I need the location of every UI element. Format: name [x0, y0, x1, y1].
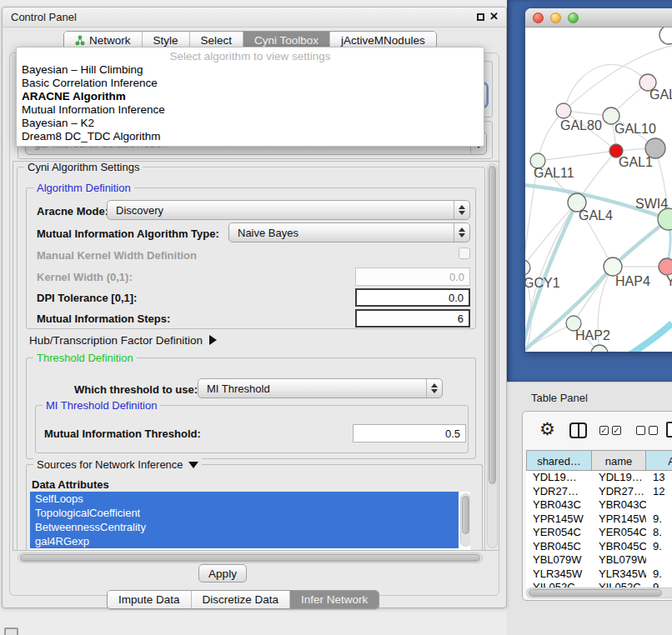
table-cell[interactable]: YPR145W — [592, 512, 646, 527]
table-cell[interactable]: YBR043C — [526, 498, 592, 512]
checkbox-unchecked-icon[interactable] — [649, 426, 658, 435]
network-edge[interactable] — [538, 151, 616, 161]
mi-algorithm-type-combo[interactable]: Naive Bayes — [228, 222, 470, 242]
dropdown-item-bayesian-hill-climbing[interactable]: Bayesian – Hill Climbing — [17, 63, 484, 77]
settings-vertical-scrollbar[interactable] — [487, 163, 498, 548]
kernel-width-field[interactable]: 0.0 — [355, 268, 470, 286]
float-window-icon[interactable] — [477, 13, 484, 21]
gear-icon[interactable]: ⚙ — [539, 420, 555, 438]
table-cell[interactable]: YBL079W — [526, 553, 592, 568]
data-attributes-list[interactable]: SelfLoopsTopologicalCoefficientBetweenne… — [30, 492, 470, 551]
network-node[interactable] — [659, 28, 672, 44]
checkbox-checked-icon[interactable]: ✓ — [612, 426, 621, 435]
table-row[interactable]: YPR145WYPR145W9. — [526, 512, 672, 527]
table-cell[interactable]: YIL052C — [592, 581, 646, 588]
table-cell[interactable]: 9. — [646, 581, 672, 588]
table-row[interactable]: YIL052CYIL052C9. — [526, 581, 672, 588]
network-edge[interactable] — [624, 323, 672, 352]
table-column-header-shared[interactable]: shared… — [526, 450, 592, 471]
close-traffic-light-icon[interactable] — [533, 12, 544, 23]
table-cell[interactable]: YPR145W — [526, 512, 592, 527]
dpi-tolerance-field[interactable]: 0.0 — [355, 288, 470, 307]
tab-infer-network[interactable]: Infer Network — [289, 591, 379, 608]
mi-steps-field[interactable]: 6 — [355, 309, 470, 328]
mi-steps-label: Mutual Information Steps: — [37, 312, 170, 325]
network-canvas[interactable]: GAL80GALGAL10GAL1GAL11SWI4GAL4GCY1HAP4YH… — [525, 28, 672, 352]
which-threshold-combo[interactable]: MI Threshold — [198, 378, 443, 398]
minimize-traffic-light-icon[interactable] — [550, 12, 561, 23]
control-panel-titlebar[interactable]: Control Panel ✕ — [3, 8, 506, 28]
network-node-hap4[interactable] — [604, 258, 622, 276]
table-cell[interactable]: YER054C — [526, 526, 592, 540]
network-node-label: Y — [666, 274, 672, 288]
document-icon[interactable] — [666, 422, 672, 438]
table-column-header-a[interactable]: A — [646, 450, 672, 471]
table-row[interactable]: YBL079WYBL079W — [526, 553, 672, 568]
network-window[interactable]: GAL80GALGAL10GAL1GAL11SWI4GAL4GCY1HAP4YH… — [525, 8, 672, 352]
table-cell[interactable]: YDR27… — [526, 485, 592, 499]
mi-threshold-field[interactable]: 0.5 — [353, 424, 466, 442]
table-cell[interactable]: YBL079W — [592, 553, 646, 568]
checkbox-checked-icon[interactable]: ✓ — [599, 426, 609, 435]
attributes-list-scrollbar[interactable] — [460, 493, 470, 547]
table-cell[interactable] — [646, 498, 672, 512]
table-cell[interactable]: YDR27… — [592, 485, 646, 499]
table-cell[interactable]: YBR045C — [592, 540, 646, 554]
table-cell[interactable]: 9. — [646, 512, 672, 527]
hub-definition-expander[interactable]: Hub/Transcription Factor Definition — [29, 334, 217, 347]
network-node[interactable] — [645, 138, 665, 158]
attribute-item-betweennesscentrality[interactable]: BetweennessCentrality — [30, 520, 459, 534]
network-node-label: GAL80 — [560, 118, 602, 132]
tab-discretize-data[interactable]: Discretize Data — [191, 591, 290, 608]
table-cell[interactable]: YDL19… — [592, 471, 646, 485]
column-browser-icon[interactable] — [569, 422, 587, 438]
table-column-header-name[interactable]: name — [592, 450, 646, 471]
table-cell[interactable]: YER054C — [592, 526, 646, 540]
table-cell[interactable]: YLR345W — [526, 568, 592, 582]
apply-button[interactable]: Apply — [198, 564, 247, 582]
cyni-algorithm-settings-group: Cyni Algorithm Settings Algorithm Defini… — [17, 167, 485, 551]
table-cell[interactable]: 8. — [646, 526, 672, 540]
network-node-y[interactable] — [659, 258, 672, 275]
network-window-titlebar[interactable] — [525, 8, 672, 28]
table-cell[interactable]: 13 — [646, 471, 672, 485]
control-panel-title: Control Panel — [11, 11, 77, 23]
manual-kernel-width-checkbox[interactable] — [459, 248, 470, 259]
dropdown-item-dream8-dc-tdc-algorithm[interactable]: Dream8 DC_TDC Algorithm — [17, 130, 484, 143]
close-panel-icon[interactable]: ✕ — [489, 10, 499, 22]
table-row[interactable]: YBR045CYBR045C9. — [526, 540, 672, 554]
attribute-item-gal4rgexp[interactable]: gal4RGexp — [30, 534, 459, 548]
table-cell[interactable] — [646, 553, 672, 568]
attribute-item-topologicalcoefficient[interactable]: TopologicalCoefficient — [30, 506, 459, 520]
checkbox-unchecked-icon[interactable] — [636, 426, 645, 435]
network-node-gal80[interactable] — [556, 103, 571, 118]
tab-impute-data[interactable]: Impute Data — [108, 591, 191, 608]
aracne-mode-combo[interactable]: Discovery — [107, 200, 470, 220]
table-row[interactable]: YLR345WYLR345W9. — [526, 568, 672, 582]
table-row[interactable]: YDL19…YDL19…13 — [526, 471, 672, 485]
which-threshold-label: Which threshold to use: — [74, 383, 198, 396]
table-cell[interactable]: 9. — [646, 540, 672, 554]
dropdown-item-mutual-information-inference[interactable]: Mutual Information Inference — [17, 103, 484, 117]
table-cell[interactable]: YIL052C — [526, 581, 592, 588]
network-node-gcy1[interactable] — [525, 260, 530, 275]
table-row[interactable]: YDR27…YDR27…12 — [526, 485, 672, 499]
panel-grip-icon[interactable] — [4, 628, 18, 635]
table-cell[interactable]: YLR345W — [592, 568, 646, 582]
table-cell[interactable]: 9. — [646, 568, 672, 582]
table-cell[interactable]: 12 — [646, 485, 672, 499]
dropdown-item-basic-correlation-inference[interactable]: Basic Correlation Inference — [17, 77, 484, 90]
table-horizontal-scrollbar[interactable] — [526, 588, 672, 598]
network-edge[interactable] — [564, 64, 648, 111]
table-cell[interactable]: YDL19… — [526, 471, 592, 485]
zoom-traffic-light-icon[interactable] — [568, 12, 579, 23]
dropdown-item-aracne-algorithm[interactable]: ARACNE Algorithm — [17, 90, 484, 103]
table-row[interactable]: YER054CYER054C8. — [526, 526, 672, 540]
table-row[interactable]: YBR043CYBR043C — [526, 498, 672, 512]
sources-group-title[interactable]: Sources for Network Inference — [33, 458, 202, 471]
table-cell[interactable]: YBR043C — [592, 498, 646, 512]
attribute-item-selfloops[interactable]: SelfLoops — [30, 492, 459, 506]
settings-horizontal-scrollbar[interactable] — [18, 552, 483, 563]
dropdown-item-bayesian-k2[interactable]: Bayesian – K2 — [17, 117, 484, 130]
table-cell[interactable]: YBR045C — [526, 540, 592, 554]
